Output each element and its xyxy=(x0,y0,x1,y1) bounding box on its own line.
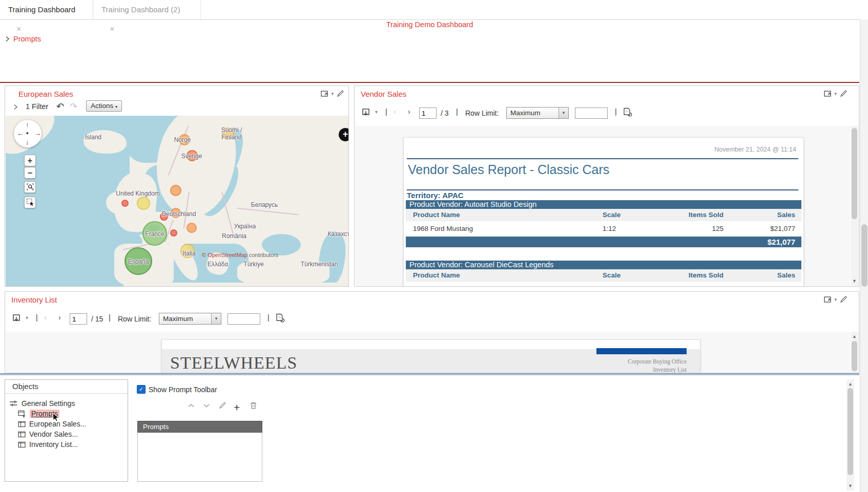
view-toggle-icon[interactable] xyxy=(824,91,832,97)
prev-page-icon[interactable]: ‹ xyxy=(394,106,396,117)
european-sales-panel: European Sales ▾ 1 Filter ↶ ↷ Actions ▾ xyxy=(5,85,349,287)
map-expand-button[interactable]: + xyxy=(339,128,349,141)
caret-down-icon[interactable]: ▾ xyxy=(331,91,334,96)
scrollbar-thumb[interactable] xyxy=(852,128,857,219)
europe-map[interactable]: ÍslandNorgeSuomi /FinlandSverigeUnited K… xyxy=(6,116,349,286)
inventory-scrollbar[interactable]: ▲ xyxy=(851,332,858,372)
page-title: Training Demo Dashboard xyxy=(0,20,859,29)
scroll-down-icon[interactable]: ▼ xyxy=(846,482,854,489)
row-limit-input[interactable] xyxy=(575,108,608,119)
zoom-box-button[interactable] xyxy=(24,181,36,193)
objects-panel-title: Objects xyxy=(5,380,128,394)
report-viewport[interactable]: STEELWHEELS Corporate Buying Office Inve… xyxy=(6,332,850,372)
next-page-icon[interactable]: › xyxy=(58,312,61,323)
row-limit-select[interactable]: Maximum ▾ xyxy=(159,313,221,325)
close-icon[interactable]: × xyxy=(16,25,21,33)
caret-down-icon[interactable]: ▾ xyxy=(26,315,28,320)
map-pan-control[interactable]: ↑ ↓ ← → • xyxy=(14,120,42,147)
objects-panel: Objects General Settings Prompts Europea… xyxy=(5,379,128,482)
row-limit-select[interactable]: Maximum ▾ xyxy=(506,107,569,119)
report-viewport[interactable]: November 21, 2024 @ 11:14 Vendor Sales R… xyxy=(355,126,850,286)
scroll-up-icon[interactable]: ▲ xyxy=(846,380,854,388)
trash-icon xyxy=(250,401,257,410)
vendor-scrollbar[interactable]: ▼ xyxy=(851,126,858,286)
pan-center-icon[interactable]: • xyxy=(26,129,29,137)
scrollbar-thumb[interactable] xyxy=(848,388,853,475)
map-label: Türkiye xyxy=(243,261,263,268)
tree-item-inventory-list[interactable]: Inventory List... xyxy=(18,439,78,450)
panel-title: European Sales xyxy=(18,90,73,98)
horizontal-scrollbar[interactable] xyxy=(0,373,859,375)
prev-page-icon[interactable]: ‹ xyxy=(44,312,47,323)
pan-left-icon[interactable]: ← xyxy=(17,130,24,137)
page-number-input[interactable] xyxy=(419,108,437,119)
prompt-add-button[interactable]: + xyxy=(234,401,240,414)
report-refresh-icon[interactable] xyxy=(623,108,632,117)
caret-down-icon[interactable]: ▾ xyxy=(375,109,378,115)
export-icon[interactable] xyxy=(12,314,22,323)
actions-button[interactable]: Actions ▾ xyxy=(86,100,122,112)
edit-pencil-icon[interactable] xyxy=(839,90,848,98)
view-toggle-icon[interactable] xyxy=(321,91,328,97)
table-row: 1968 Ford Mustang 1:12 125 $21,077 xyxy=(406,222,801,236)
page-scrollbar[interactable] xyxy=(860,19,868,492)
report-refresh-icon[interactable] xyxy=(276,313,285,323)
show-prompt-toolbar-checkbox[interactable]: ✓ xyxy=(137,385,146,394)
pan-down-icon[interactable]: ↓ xyxy=(26,138,29,146)
zoom-out-button[interactable]: − xyxy=(24,167,36,179)
caret-down-icon[interactable]: ▾ xyxy=(834,91,837,96)
report-timestamp: November 21, 2024 @ 11:14 xyxy=(714,146,796,153)
chevron-down-icon xyxy=(203,401,210,410)
panel-title: Inventory List xyxy=(11,295,57,304)
map-label: Türkmenistan xyxy=(301,261,338,268)
pan-up-icon[interactable]: ↑ xyxy=(26,121,29,129)
brand-bar xyxy=(596,348,687,354)
next-page-icon[interactable]: › xyxy=(408,106,410,117)
prompt-delete-button[interactable] xyxy=(250,401,257,410)
tree-item-general-settings[interactable]: General Settings xyxy=(9,398,75,409)
bottom-scrollbar[interactable]: ▲ ▼ xyxy=(846,379,854,490)
edit-pencil-icon[interactable] xyxy=(839,295,848,304)
map-label: Italia xyxy=(182,250,195,257)
osm-attribution-link[interactable]: © OpenStreetMap xyxy=(202,252,247,258)
prompt-list-body[interactable] xyxy=(137,433,262,482)
map-label: Deutschland xyxy=(162,210,196,218)
tab-training-dashboard[interactable]: Training Dashboard × xyxy=(0,0,93,19)
scroll-up-icon[interactable]: ▲ xyxy=(851,333,858,340)
panel-layout-icon xyxy=(18,441,26,448)
map-label: Беларусь xyxy=(251,201,278,208)
scrollbar-thumb[interactable] xyxy=(861,224,867,287)
check-icon: ✓ xyxy=(139,386,143,392)
tree-item-vendor-sales[interactable]: Vendor Sales... xyxy=(18,429,78,439)
page-number-input[interactable] xyxy=(70,313,87,325)
pan-right-icon[interactable]: → xyxy=(34,130,41,137)
prompt-move-down-button[interactable] xyxy=(203,401,210,410)
edit-pencil-icon[interactable] xyxy=(336,90,344,98)
prompt-edit-button[interactable] xyxy=(218,401,226,410)
map-label: Ελλάδα xyxy=(208,261,228,268)
tab-training-dashboard-2[interactable]: Training Dashboard (2) × xyxy=(93,0,201,19)
undo-icon[interactable]: ↶ xyxy=(56,101,64,112)
chevron-up-icon xyxy=(188,401,195,410)
prompt-list-header[interactable]: Prompts xyxy=(137,421,262,433)
panel-header-icons: ▾ xyxy=(321,90,344,98)
scroll-down-icon[interactable]: ▼ xyxy=(851,277,858,285)
group-total-value: $21,077 xyxy=(768,237,795,247)
vendor-group-band: Product Vendor: Autoart Studio Design xyxy=(406,200,801,209)
caret-down-icon[interactable]: ▾ xyxy=(834,297,837,302)
map-label: España xyxy=(128,258,149,265)
row-limit-input[interactable] xyxy=(228,313,260,325)
chevron-right-icon[interactable] xyxy=(13,104,18,110)
scrollbar-thumb[interactable] xyxy=(852,341,857,371)
row-limit-label: Row Limit: xyxy=(118,315,151,323)
filter-count-label[interactable]: 1 Filter xyxy=(26,102,48,111)
map-attribution: © OpenStreetMap contributors xyxy=(202,252,278,258)
export-icon[interactable] xyxy=(362,108,371,117)
zoom-in-button[interactable]: + xyxy=(24,155,36,166)
redo-icon[interactable]: ↷ xyxy=(70,101,77,112)
map-label: Norge xyxy=(174,136,191,143)
view-toggle-icon[interactable] xyxy=(824,296,832,303)
prompt-move-up-button[interactable] xyxy=(188,401,195,410)
row-limit-selected: Maximum xyxy=(510,109,541,117)
box-select-button[interactable] xyxy=(24,197,36,208)
